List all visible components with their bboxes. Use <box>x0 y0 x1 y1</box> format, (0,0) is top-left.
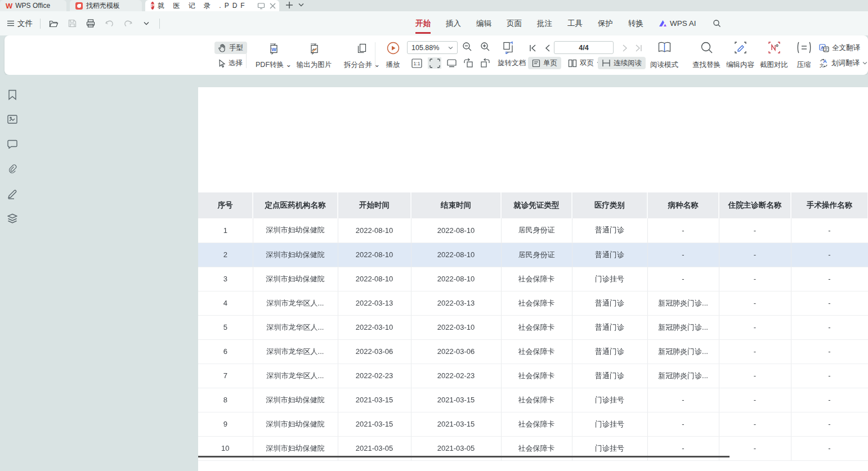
redo-icon[interactable] <box>122 18 133 29</box>
menu-tab-insert[interactable]: 插入 <box>446 19 461 29</box>
next-page-button[interactable] <box>619 42 630 53</box>
comments-panel-icon[interactable] <box>6 138 19 150</box>
zoom-in-button[interactable] <box>480 41 491 52</box>
table-cell: - <box>719 218 791 243</box>
table-cell: 2022-03-10 <box>411 315 501 339</box>
menu-tab-protect[interactable]: 保护 <box>598 19 613 29</box>
zoom-out-button[interactable] <box>462 41 473 52</box>
table-cell: - <box>719 436 791 460</box>
file-menu-button[interactable]: 文件 <box>7 19 33 29</box>
embedded-horizontal-scrollbar[interactable] <box>198 456 730 457</box>
table-cell: - <box>719 243 791 267</box>
undo-icon[interactable] <box>104 18 115 29</box>
divider <box>159 19 160 29</box>
menu-tab-convert[interactable]: 转换 <box>628 19 643 29</box>
compress-button[interactable]: 压缩 <box>790 39 817 72</box>
table-cell: 2022-03-06 <box>411 339 501 364</box>
rotate-left-icon[interactable] <box>463 57 474 69</box>
word-translate-label: 划词翻译 <box>831 59 860 68</box>
attachments-panel-icon[interactable] <box>6 163 19 175</box>
menu-tab-tools[interactable]: 工具 <box>567 19 583 29</box>
word-translate-button[interactable]: A文 划词翻译 <box>815 57 868 69</box>
export-image-button[interactable]: 输出为图片 <box>290 39 338 72</box>
table-cell: 7 <box>198 364 253 388</box>
chevron-down-icon <box>862 61 867 65</box>
layers-panel-icon[interactable] <box>6 212 19 225</box>
rotate-right-icon[interactable] <box>480 57 491 69</box>
save-icon[interactable] <box>66 18 78 29</box>
last-page-button[interactable] <box>633 42 644 53</box>
fit-page-button[interactable] <box>428 57 441 69</box>
global-search-icon[interactable] <box>712 18 723 29</box>
pdf-page[interactable]: 序号定点医药机构名称开始时间结束时间就诊凭证类型医疗类别病种名称住院主诊断名称手… <box>198 87 868 471</box>
table-header-cell: 序号 <box>198 192 253 218</box>
menu-tab-edit[interactable]: 编辑 <box>476 19 491 29</box>
table-row: 5深圳市龙华区人...2022-03-102022-03-10社会保障卡普通门诊… <box>198 315 868 339</box>
table-row: 7深圳市龙华区人...2022-02-232022-02-23社会保障卡普通门诊… <box>198 364 868 388</box>
table-cell: - <box>791 412 868 436</box>
play-icon <box>386 41 400 55</box>
menu-tab-home[interactable]: 开始 <box>415 19 431 29</box>
print-icon[interactable] <box>85 18 96 29</box>
select-tool-button[interactable]: 选择 <box>214 57 247 69</box>
svg-text:文: 文 <box>820 63 824 68</box>
actual-size-button[interactable]: 1:1 <box>411 57 422 69</box>
divider <box>375 42 375 68</box>
fit-width-button[interactable] <box>446 57 457 69</box>
new-tab-button[interactable] <box>285 1 294 10</box>
table-header-cell: 手术操作名称 <box>791 192 868 218</box>
zoom-level-value: 105.88% <box>411 44 439 52</box>
tab-docer-label: 找稻壳模板 <box>86 1 120 11</box>
thumbnails-panel-icon[interactable] <box>6 113 19 125</box>
table-cell: 新冠肺炎门诊... <box>647 339 719 364</box>
wps-ai-button[interactable]: WPS AI <box>659 19 696 28</box>
bookmarks-panel-icon[interactable] <box>6 88 19 101</box>
hand-tool-button[interactable]: 手型 <box>214 42 247 54</box>
table-cell: - <box>719 388 791 412</box>
table-row: 6深圳市龙华区人...2022-03-062022-03-06社会保障卡普通门诊… <box>198 339 868 364</box>
full-translate-button[interactable]: A文 全文翻译 <box>815 42 864 54</box>
pdf-convert-button[interactable]: W PDF转换 ⌄ <box>252 39 295 72</box>
read-mode-button[interactable]: 阅读模式 <box>646 39 682 72</box>
tab-document[interactable]: P 就 医 记 录 .PDF <box>145 0 279 11</box>
table-cell: - <box>647 243 719 267</box>
page-indicator-input[interactable]: 4/4 <box>554 41 614 54</box>
table-cell: - <box>791 436 868 460</box>
table-cell: - <box>647 218 719 243</box>
table-cell: 社会保障卡 <box>501 364 572 388</box>
close-tab-icon[interactable] <box>270 3 276 9</box>
table-cell: 2022-03-13 <box>338 291 411 315</box>
menu-tab-comment[interactable]: 批注 <box>537 19 552 29</box>
continuous-read-button[interactable]: 连续阅读 <box>598 57 646 69</box>
full-translate-label: 全文翻译 <box>832 43 860 53</box>
previous-page-button[interactable] <box>542 42 553 53</box>
zoom-level-select[interactable]: 105.88% <box>407 41 458 54</box>
rotate-document-button[interactable]: 旋转文档 <box>495 57 528 69</box>
replace-pages-icon[interactable] <box>501 40 516 55</box>
tab-list-dropdown-icon[interactable] <box>298 3 304 7</box>
play-slideshow-button[interactable]: 播放 <box>378 39 408 72</box>
first-page-button[interactable] <box>527 42 538 53</box>
table-cell: 深圳市龙华区人... <box>253 315 338 339</box>
menu-bar: 文件 开始 插入 编辑 页面 批注 工具 保护 转换 <box>0 11 868 35</box>
table-cell: - <box>719 412 791 436</box>
table-header-cell: 住院主诊断名称 <box>719 192 791 218</box>
table-cell: 新冠肺炎门诊... <box>647 364 719 388</box>
table-cell: - <box>647 267 719 291</box>
edit-content-label: 编辑内容 <box>726 60 754 70</box>
annotate-pen-icon[interactable] <box>6 187 19 200</box>
table-cell: 深圳市妇幼保健院 <box>253 243 338 267</box>
ribbon-toolbar: 手型 选择 W PDF转换 ⌄ 输出为图片 拆分合并 ⌄ 播放 105.88% <box>5 35 868 75</box>
svg-text:W: W <box>271 47 276 52</box>
tab-docer-templates[interactable]: 找稻壳模板 <box>70 0 142 11</box>
quick-access-dropdown-icon[interactable] <box>141 18 152 29</box>
tab-wps-home[interactable]: W WPS Office <box>0 0 66 11</box>
table-cell: 2022-02-23 <box>338 364 411 388</box>
single-page-view-button[interactable]: 单页 <box>528 57 561 69</box>
divider <box>40 19 41 29</box>
menu-tab-page[interactable]: 页面 <box>507 19 522 29</box>
share-to-device-icon[interactable] <box>257 2 265 10</box>
screenshot-compare-button[interactable]: 压缩 截图对比 <box>754 39 794 72</box>
table-cell: 2022-08-10 <box>338 243 411 267</box>
open-file-icon[interactable] <box>48 18 59 29</box>
